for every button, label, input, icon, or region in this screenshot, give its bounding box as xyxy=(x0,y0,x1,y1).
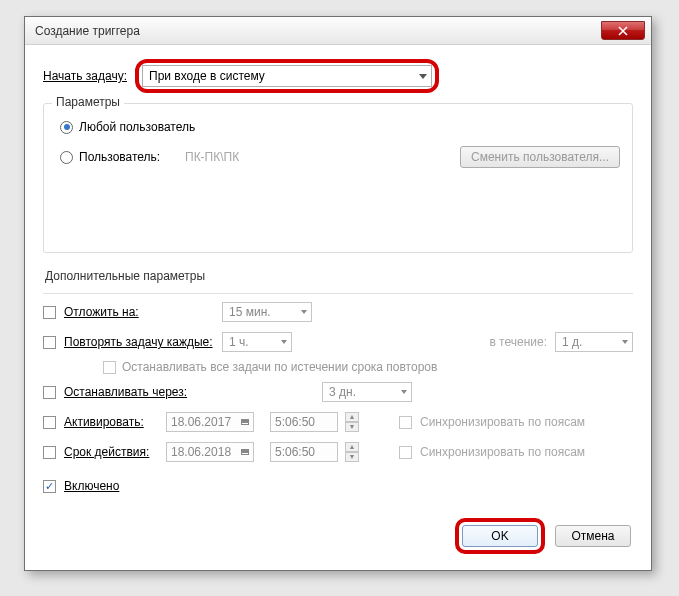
activate-time-value: 5:06:50 xyxy=(275,415,315,429)
ok-button[interactable]: OK xyxy=(462,525,538,547)
stop-all-row: Останавливать все задачи по истечении ср… xyxy=(103,360,633,374)
repeat-combo[interactable]: 1 ч. xyxy=(222,332,292,352)
close-icon xyxy=(618,26,628,36)
sync-checkbox-1[interactable] xyxy=(399,416,412,429)
settings-group-title: Параметры xyxy=(52,95,124,109)
chevron-down-icon xyxy=(419,74,427,79)
activate-checkbox[interactable] xyxy=(43,416,56,429)
change-user-button[interactable]: Сменить пользователя... xyxy=(460,146,620,168)
sync-label-2: Синхронизировать по поясам xyxy=(420,445,585,459)
start-task-label: Начать задачу: xyxy=(43,69,127,83)
chevron-down-icon xyxy=(401,390,407,394)
expire-label: Срок действия: xyxy=(64,445,158,459)
expire-time[interactable]: 5:06:50 xyxy=(270,442,338,462)
delay-row: Отложить на: 15 мин. xyxy=(43,300,633,324)
repeat-value: 1 ч. xyxy=(229,335,249,349)
calendar-icon xyxy=(241,419,249,425)
radio-specific-user[interactable] xyxy=(60,151,73,164)
stop-after-combo[interactable]: 3 дн. xyxy=(322,382,412,402)
titlebar: Создание триггера xyxy=(25,17,651,45)
any-user-row[interactable]: Любой пользователь xyxy=(60,120,620,134)
time-spinner[interactable]: ▲▼ xyxy=(345,412,359,432)
delay-combo[interactable]: 15 мин. xyxy=(222,302,312,322)
repeat-checkbox[interactable] xyxy=(43,336,56,349)
chevron-down-icon xyxy=(301,310,307,314)
settings-group: Параметры Любой пользователь Пользовател… xyxy=(43,103,633,253)
cancel-button[interactable]: Отмена xyxy=(555,525,631,547)
start-task-row: Начать задачу: При входе в систему xyxy=(43,59,633,93)
enabled-checkbox[interactable] xyxy=(43,480,56,493)
close-button[interactable] xyxy=(601,21,645,40)
divider xyxy=(43,293,633,294)
activate-date[interactable]: 18.06.2017 xyxy=(166,412,254,432)
activate-date-value: 18.06.2017 xyxy=(171,415,231,429)
chevron-down-icon xyxy=(281,340,287,344)
activate-time[interactable]: 5:06:50 xyxy=(270,412,338,432)
dialog-footer: OK Отмена xyxy=(455,518,631,554)
for-value: 1 д. xyxy=(562,335,582,349)
start-task-value: При входе в систему xyxy=(149,69,265,83)
enabled-row: Включено xyxy=(43,474,633,498)
activate-label: Активировать: xyxy=(64,415,158,429)
stop-after-checkbox[interactable] xyxy=(43,386,56,399)
create-trigger-dialog: Создание триггера Начать задачу: При вхо… xyxy=(24,16,652,571)
stop-after-label: Останавливать через: xyxy=(64,385,314,399)
stop-all-label: Останавливать все задачи по истечении ср… xyxy=(122,360,437,374)
repeat-label: Повторять задачу каждые: xyxy=(64,335,214,349)
sync-label-1: Синхронизировать по поясам xyxy=(420,415,585,429)
sync-checkbox-2[interactable] xyxy=(399,446,412,459)
activate-row: Активировать: 18.06.2017 5:06:50 ▲▼ Синх… xyxy=(43,410,633,434)
enabled-label: Включено xyxy=(64,479,119,493)
advanced-title: Дополнительные параметры xyxy=(45,269,633,283)
time-spinner[interactable]: ▲▼ xyxy=(345,442,359,462)
any-user-label: Любой пользователь xyxy=(79,120,195,134)
highlight-start-combo: При входе в систему xyxy=(135,59,439,93)
stop-all-checkbox[interactable] xyxy=(103,361,116,374)
radio-any-user[interactable] xyxy=(60,121,73,134)
highlight-ok: OK xyxy=(455,518,545,554)
for-combo[interactable]: 1 д. xyxy=(555,332,633,352)
delay-value: 15 мин. xyxy=(229,305,271,319)
expire-checkbox[interactable] xyxy=(43,446,56,459)
expire-date[interactable]: 18.06.2018 xyxy=(166,442,254,462)
expire-date-value: 18.06.2018 xyxy=(171,445,231,459)
specific-user-row[interactable]: Пользователь: ПК-ПК\ПК Сменить пользоват… xyxy=(60,146,620,168)
dialog-content: Начать задачу: При входе в систему Парам… xyxy=(25,45,651,516)
expire-row: Срок действия: 18.06.2018 5:06:50 ▲▼ Син… xyxy=(43,440,633,464)
calendar-icon xyxy=(241,449,249,455)
repeat-row: Повторять задачу каждые: 1 ч. в течение:… xyxy=(43,330,633,354)
stop-after-value: 3 дн. xyxy=(329,385,356,399)
start-task-combo[interactable]: При входе в систему xyxy=(142,65,432,87)
delay-checkbox[interactable] xyxy=(43,306,56,319)
stop-after-row: Останавливать через: 3 дн. xyxy=(43,380,633,404)
chevron-down-icon xyxy=(622,340,628,344)
for-label: в течение: xyxy=(489,335,547,349)
expire-time-value: 5:06:50 xyxy=(275,445,315,459)
user-label: Пользователь: xyxy=(79,150,179,164)
user-value: ПК-ПК\ПК xyxy=(185,150,454,164)
delay-label: Отложить на: xyxy=(64,305,214,319)
window-title: Создание триггера xyxy=(35,24,601,38)
